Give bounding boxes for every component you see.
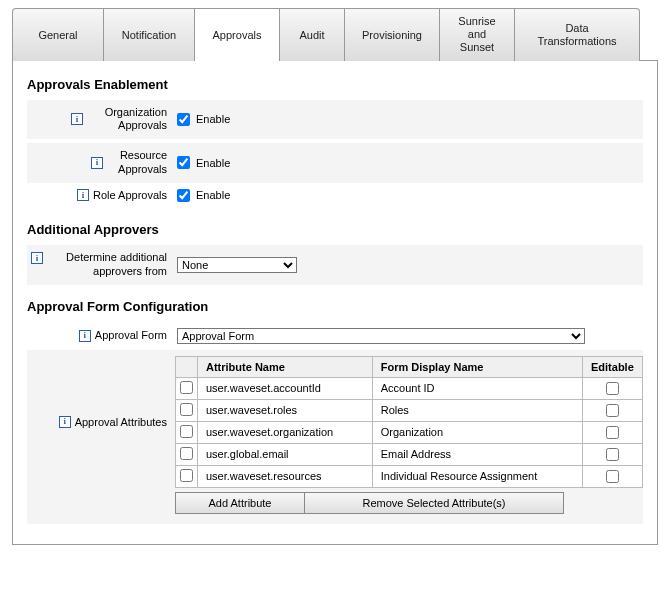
approval-attributes-table: Attribute Name Form Display Name Editabl… (175, 356, 643, 488)
cell-display-name: Account ID (372, 377, 582, 399)
cell-attr-name: user.waveset.accountId (198, 377, 373, 399)
info-icon[interactable]: i (79, 330, 91, 342)
row-select-checkbox[interactable] (180, 403, 193, 416)
table-row: user.waveset.resources Individual Resour… (176, 465, 643, 487)
editable-checkbox[interactable] (606, 382, 619, 395)
info-icon[interactable]: i (59, 416, 71, 428)
label-approval-attributes: Approval Attributes (75, 416, 167, 428)
add-attribute-button[interactable]: Add Attribute (175, 492, 305, 514)
label-approval-form: Approval Form (95, 329, 167, 343)
tab-data-transformations[interactable]: Data Transformations (514, 8, 640, 61)
tab-approvals[interactable]: Approvals (194, 8, 280, 61)
editable-checkbox[interactable] (606, 448, 619, 461)
tab-provisioning[interactable]: Provisioning (344, 8, 440, 61)
row-select-checkbox[interactable] (180, 425, 193, 438)
cell-attr-name: user.waveset.organization (198, 421, 373, 443)
enable-text: Enable (196, 157, 230, 169)
editable-checkbox[interactable] (606, 470, 619, 483)
cell-display-name: Individual Resource Assignment (372, 465, 582, 487)
checkbox-resource-approvals[interactable] (177, 156, 190, 169)
info-icon[interactable]: i (31, 252, 43, 264)
col-select (176, 356, 198, 377)
enable-text: Enable (196, 189, 230, 201)
row-role-approvals: i Role Approvals Enable (27, 183, 643, 209)
row-select-checkbox[interactable] (180, 381, 193, 394)
editable-checkbox[interactable] (606, 426, 619, 439)
enable-text: Enable (196, 113, 230, 125)
editable-checkbox[interactable] (606, 404, 619, 417)
tab-sunrise-sunset[interactable]: Sunrise and Sunset (439, 8, 515, 61)
row-approval-form: i Approval Form Approval Form (27, 322, 643, 350)
cell-attr-name: user.waveset.resources (198, 465, 373, 487)
table-row: user.waveset.accountId Account ID (176, 377, 643, 399)
info-icon[interactable]: i (71, 113, 83, 125)
row-additional-approvers: i Determine additional approvers from No… (27, 245, 643, 285)
cell-attr-name: user.waveset.roles (198, 399, 373, 421)
label-resource-approvals: Resource Approvals (107, 149, 167, 177)
label-org-approvals: Organization Approvals (87, 106, 167, 134)
select-approval-form[interactable]: Approval Form (177, 328, 585, 344)
table-row: user.global.email Email Address (176, 443, 643, 465)
table-row: user.waveset.roles Roles (176, 399, 643, 421)
col-attribute-name: Attribute Name (198, 356, 373, 377)
section-additional-approvers: Additional Approvers (27, 222, 643, 237)
cell-display-name: Email Address (372, 443, 582, 465)
cell-display-name: Roles (372, 399, 582, 421)
cell-attr-name: user.global.email (198, 443, 373, 465)
remove-selected-attribute-button[interactable]: Remove Selected Attribute(s) (304, 492, 564, 514)
cell-display-name: Organization (372, 421, 582, 443)
section-approvals-enablement: Approvals Enablement (27, 77, 643, 92)
table-row: user.waveset.organization Organization (176, 421, 643, 443)
tab-audit[interactable]: Audit (279, 8, 345, 61)
tab-panel: Approvals Enablement i Organization Appr… (12, 60, 658, 545)
row-org-approvals: i Organization Approvals Enable (27, 100, 643, 140)
checkbox-role-approvals[interactable] (177, 189, 190, 202)
label-role-approvals: Role Approvals (93, 189, 167, 203)
row-select-checkbox[interactable] (180, 447, 193, 460)
label-additional-approvers: Determine additional approvers from (47, 251, 167, 279)
info-icon[interactable]: i (91, 157, 103, 169)
tab-notification[interactable]: Notification (103, 8, 195, 61)
tab-general[interactable]: General (12, 8, 104, 61)
row-resource-approvals: i Resource Approvals Enable (27, 143, 643, 183)
checkbox-org-approvals[interactable] (177, 113, 190, 126)
row-select-checkbox[interactable] (180, 469, 193, 482)
section-approval-form-config: Approval Form Configuration (27, 299, 643, 314)
tab-bar: General Notification Approvals Audit Pro… (12, 8, 658, 61)
info-icon[interactable]: i (77, 189, 89, 201)
col-form-display-name: Form Display Name (372, 356, 582, 377)
col-editable: Editable (583, 356, 643, 377)
select-additional-approvers[interactable]: None (177, 257, 297, 273)
